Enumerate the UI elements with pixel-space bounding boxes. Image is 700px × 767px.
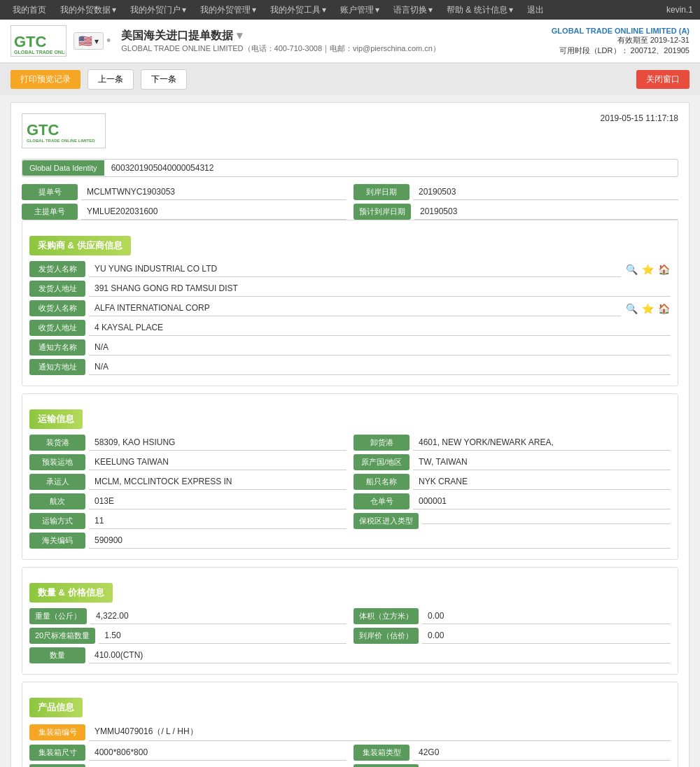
container20-landedprice-row: 20尺标准箱数量 1.50 到岸价（估价） 0.00	[29, 628, 671, 644]
customs-code-value: 590900	[89, 533, 671, 549]
master-bill-field: 主提单号 YMLUE202031600	[22, 204, 346, 220]
next-button[interactable]: 下一条	[141, 69, 187, 90]
customs-code-label: 海关编码	[29, 533, 85, 549]
customs-code-row: 海关编码 590900	[29, 533, 671, 549]
container-type-value: 42G0	[413, 745, 671, 761]
consignee-name-label: 收货人名称	[29, 300, 85, 316]
nav-portal[interactable]: 我的外贸门户 ▾	[125, 4, 192, 16]
container-no-field: 集装箱编号 YMMU4079016（/ L / HH）	[29, 723, 671, 741]
home-icon[interactable]: 🏠	[657, 302, 671, 316]
nav-logout[interactable]: 退出	[522, 4, 550, 16]
page-subtitle: GLOBAL TRADE ONLINE LIMITED（电话：400-710-3…	[121, 43, 552, 54]
svg-text:GTC: GTC	[14, 33, 47, 50]
transport-mode-label: 运输方式	[29, 513, 85, 529]
prod-quantity-value: 410.00	[89, 764, 346, 767]
close-button[interactable]: 关闭窗口	[636, 70, 690, 89]
page-title: 美国海关进口提单数据 ▾	[121, 29, 552, 43]
nav-language[interactable]: 语言切换 ▾	[388, 4, 438, 16]
container-no-row: 集装箱编号 YMMU4079016（/ L / HH）	[29, 723, 671, 741]
nav-tools[interactable]: 我的外贸工具 ▾	[265, 4, 332, 16]
unloading-port-label: 卸货港	[354, 435, 410, 451]
nav-trade-data[interactable]: 我的外贸数据 ▾	[55, 4, 122, 16]
pre-transit-value: KEELUNG TAIWAN	[89, 454, 346, 470]
company-name: GLOBAL TRADE ONLINE LIMITED (A)	[552, 27, 690, 35]
star-icon[interactable]: ⭐	[640, 302, 654, 316]
nav-account[interactable]: 账户管理 ▾	[335, 4, 385, 16]
notify-addr-label: 通知方地址	[29, 359, 85, 375]
nav-help[interactable]: 帮助 & 统计信息 ▾	[441, 4, 519, 16]
container-no-value: YMMU4079016（/ L / HH）	[89, 723, 671, 741]
arrival-date-value: 20190503	[413, 184, 678, 200]
bill-no-label: 提单号	[22, 184, 78, 200]
page-title-area: 美国海关进口提单数据 ▾ GLOBAL TRADE ONLINE LIMITED…	[111, 29, 552, 54]
loading-port-value: 58309, KAO HSIUNG	[89, 435, 346, 451]
customs-code-field: 海关编码 590900	[29, 533, 671, 549]
loading-port-label: 装货港	[29, 435, 85, 451]
account-info: GLOBAL TRADE ONLINE LIMITED (A) 有效期至 201…	[552, 27, 690, 56]
volume-field: 体积（立方米） 0.00	[354, 608, 671, 624]
search-icon[interactable]: 🔍	[624, 262, 638, 276]
transport-freetrade-row: 运输方式 11 保税区进入类型	[29, 513, 671, 529]
notify-addr-field: 通知方地址 N/A	[29, 359, 671, 375]
estimated-arrival-value: 20190503	[414, 204, 678, 220]
shipper-name-row: 发货人名称 YU YUNG INDUSTRIAL CO LTD 🔍 ⭐ 🏠	[29, 261, 671, 277]
svg-text:GLOBAL TRADE ONLINE LIMITED: GLOBAL TRADE ONLINE LIMITED	[27, 139, 95, 143]
prod-quantity-field: 数量 410.00	[29, 764, 346, 767]
nav-management[interactable]: 我的外贸管理 ▾	[195, 4, 262, 16]
volume-label: 体积（立方米）	[354, 608, 419, 624]
arrival-date-field: 到岸日期 20190503	[354, 184, 678, 200]
consignee-addr-value: 4 KAYSAL PLACE	[89, 320, 671, 336]
carrier-value: MCLM, MCCLINTOCK EXPRESS IN	[89, 474, 346, 490]
notify-name-label: 通知方名称	[29, 339, 85, 356]
user-info: kevin.1	[666, 5, 693, 15]
master-bill-row: 主提单号 YMLUE202031600 预计到岸日期 20190503	[22, 204, 678, 220]
master-bill-value: YMLUE202031600	[81, 204, 346, 220]
shipper-name-value: YU YUNG INDUSTRIAL CO LTD	[89, 261, 621, 277]
shipper-addr-field: 发货人地址 391 SHANG GONG RD TAMSUI DIST	[29, 281, 671, 297]
consignee-icons: 🔍 ⭐ 🏠	[624, 302, 671, 316]
container-size-value: 4000*806*800	[89, 745, 346, 761]
consignee-name-value: ALFA INTERNATIONAL CORP	[89, 300, 621, 316]
container-type-field: 集装箱类型 42G0	[354, 745, 671, 761]
home-icon[interactable]: 🏠	[657, 262, 671, 276]
document-header: GTC GLOBAL TRADE ONLINE LIMITED 2019-05-…	[22, 113, 678, 148]
notify-name-value: N/A	[89, 339, 671, 356]
vessel-value: NYK CRANE	[413, 474, 671, 490]
vessel-label: 船只名称	[354, 474, 410, 490]
valid-until: 有效期至 2019-12-31	[552, 35, 690, 45]
container-size-type-row: 集装箱尺寸 4000*806*800 集装箱类型 42G0	[29, 745, 671, 761]
shipper-addr-label: 发货人地址	[29, 281, 85, 297]
logo-area: GTC GLOBAL TRADE ONLINE LIMITED 🇺🇸 ▾ •	[10, 25, 111, 57]
loading-unloading-row: 装货港 58309, KAO HSIUNG 卸货港 4601, NEW YORK…	[29, 435, 671, 451]
shipper-icons: 🔍 ⭐ 🏠	[624, 262, 671, 276]
print-button[interactable]: 打印预览记录	[10, 70, 80, 89]
vessel-field: 船只名称 NYK CRANE	[354, 474, 671, 490]
arrival-date-label: 到岸日期	[354, 184, 410, 200]
weight-field: 重量（公斤） 4,322.00	[29, 608, 346, 624]
star-icon[interactable]: ⭐	[640, 262, 654, 276]
voyage-billtype-row: 航次 013E 仓单号 000001	[29, 493, 671, 509]
notify-name-row: 通知方名称 N/A	[29, 339, 671, 356]
gdi-row: Global Data Identity 6003201905040000054…	[22, 159, 678, 177]
svg-text:GTC: GTC	[27, 121, 59, 139]
buyer-supplier-header: 采购商 & 供应商信息	[29, 236, 131, 255]
prod-quantity-label: 数量	[29, 764, 85, 767]
consignee-addr-row: 收货人地址 4 KAYSAL PLACE	[29, 320, 671, 336]
prev-button[interactable]: 上一条	[88, 69, 134, 90]
container20-label: 20尺标准箱数量	[29, 628, 95, 644]
quantity-price-section: 数量 & 价格信息 重量（公斤） 4,322.00 体积（立方米） 0.00 2…	[22, 567, 678, 675]
pretransit-origin-row: 预装运地 KEELUNG TAIWAN 原产国/地区 TW, TAIWAN	[29, 454, 671, 470]
transport-header: 运输信息	[29, 409, 83, 429]
bill-arrival-row: 提单号 MCLMTWNYC1903053 到岸日期 20190503	[22, 184, 678, 200]
search-icon[interactable]: 🔍	[624, 302, 638, 316]
master-bill-label: 主提单号	[22, 204, 78, 220]
ldr-info: 可用时段（LDR）： 200712、201905	[552, 45, 690, 56]
pre-transit-label: 预装运地	[29, 454, 85, 470]
nav-home[interactable]: 我的首页	[7, 4, 52, 16]
volume-value: 0.00	[422, 608, 671, 624]
carrier-label: 承运人	[29, 474, 85, 490]
flag-selector[interactable]: 🇺🇸 ▾	[74, 32, 104, 50]
estimated-arrival-label: 预计到岸日期	[354, 204, 411, 220]
voyage-field: 航次 013E	[29, 493, 346, 509]
loading-port-field: 装货港 58309, KAO HSIUNG	[29, 435, 346, 451]
